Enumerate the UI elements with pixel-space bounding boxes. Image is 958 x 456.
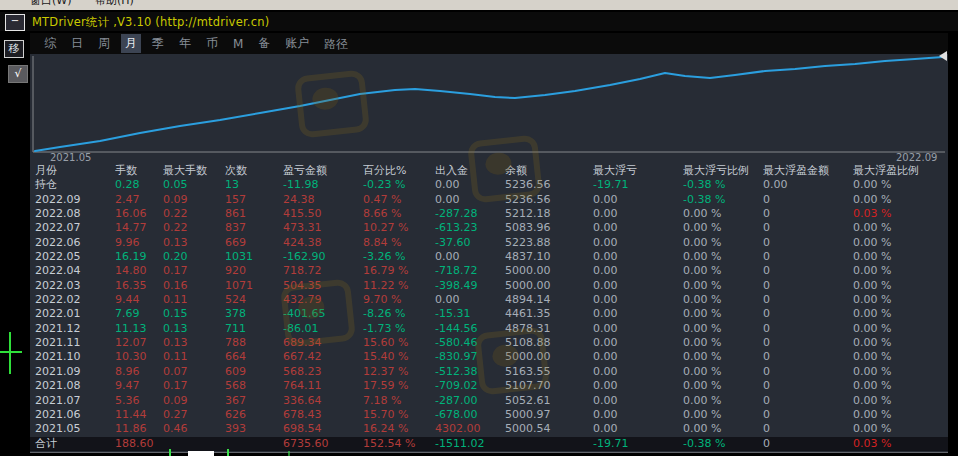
cell: 0 <box>763 221 853 235</box>
cell: 0 <box>763 408 853 422</box>
column-header[interactable]: 最大浮亏 <box>593 164 683 178</box>
cell: 0 <box>763 422 853 436</box>
row-label: 2022.05 <box>30 250 115 264</box>
restore-window-button[interactable]: − <box>5 14 25 31</box>
column-header[interactable]: 最大浮盈金额 <box>763 164 853 178</box>
tab-币[interactable]: 币 <box>202 34 222 53</box>
table-row[interactable]: 2021.1112.070.13788689.3415.60 %-580.465… <box>30 336 948 350</box>
cell: 0.11 <box>163 350 225 364</box>
cell: 14.80 <box>115 264 163 278</box>
tab-账户[interactable]: 账户 <box>281 34 313 53</box>
cell: 0 <box>763 207 853 221</box>
tab-M[interactable]: M <box>229 36 247 52</box>
column-header[interactable]: 最大手数 <box>163 164 225 178</box>
table-row[interactable]: 2022.0714.770.22837473.3110.27 %-613.235… <box>30 221 948 235</box>
tab-周[interactable]: 周 <box>94 34 114 53</box>
table-row[interactable]: 2022.0816.060.22861415.508.66 %-287.2852… <box>30 207 948 221</box>
cell: 788 <box>225 336 283 350</box>
cell: 0.09 <box>163 394 225 408</box>
tab-季[interactable]: 季 <box>148 34 168 53</box>
cell: 0 <box>763 336 853 350</box>
column-header[interactable]: 最大浮亏比例 <box>683 164 763 178</box>
table-row[interactable]: 2021.1010.300.11664667.4215.40 %-830.975… <box>30 350 948 364</box>
x-axis-end-label: 2022.09 <box>896 152 937 163</box>
cell: 5236.56 <box>505 193 593 207</box>
cell: 0 <box>763 350 853 364</box>
table-row[interactable]: 2021.0511.860.46393698.5416.24 %4302.005… <box>30 422 948 436</box>
cell: 5000.00 <box>505 350 593 364</box>
column-header[interactable]: 次数 <box>225 164 283 178</box>
column-header[interactable]: 最大浮盈比例 <box>853 164 948 178</box>
cell: 0.00 % <box>853 350 948 364</box>
cell: 0.00 % <box>853 279 948 293</box>
tab-日[interactable]: 日 <box>67 34 87 53</box>
column-header[interactable]: 手数 <box>115 164 163 178</box>
column-header[interactable]: 百分比% <box>363 164 435 178</box>
cell: 8.84 % <box>363 236 435 250</box>
cell: 0.00 <box>593 307 683 321</box>
cell: 2.47 <box>115 193 163 207</box>
column-header[interactable]: 余额 <box>505 164 593 178</box>
cell: 0.00 <box>435 250 505 264</box>
cell: 12.37 % <box>363 365 435 379</box>
table-row[interactable]: 2021.1211.130.13711-86.01-1.73 %-144.564… <box>30 322 948 336</box>
table-row[interactable]: 2021.0611.440.27626678.4315.70 %-678.005… <box>30 408 948 422</box>
move-tool-button[interactable]: 移 <box>4 40 24 58</box>
os-menu-strip: 窗口(W) 帮助(H) <box>0 0 958 10</box>
cell: 5107.70 <box>505 379 593 393</box>
row-label: 2021.08 <box>30 379 115 393</box>
menu-window[interactable]: 窗口(W) <box>30 0 71 9</box>
table-row[interactable]: 2021.075.360.09367336.647.18 %-287.00505… <box>30 394 948 408</box>
tab-年[interactable]: 年 <box>175 34 195 53</box>
check-tool-button[interactable]: √ <box>8 65 28 83</box>
cell: 1071 <box>225 279 283 293</box>
table-row[interactable]: 2022.092.470.0915724.380.47 %0.005236.56… <box>30 193 948 207</box>
row-label: 持仓 <box>30 178 115 192</box>
crosshair-cursor <box>9 332 11 374</box>
cell: 0.00 <box>593 379 683 393</box>
cell: 568.23 <box>283 365 363 379</box>
table-row[interactable]: 持仓0.280.0513-11.98-0.23 %0.005236.56-19.… <box>30 178 948 192</box>
table-row[interactable]: 2021.098.960.07609568.2312.37 %-512.3851… <box>30 365 948 379</box>
column-header[interactable]: 月份 <box>30 164 115 178</box>
cell: 0 <box>763 379 853 393</box>
cell: 669 <box>225 236 283 250</box>
tab-备[interactable]: 备 <box>254 34 274 53</box>
x-axis-start-label: 2021.05 <box>50 152 91 163</box>
cell: 0.00 % <box>683 207 763 221</box>
cell: 0.00 <box>593 336 683 350</box>
cell: 0.00 % <box>853 394 948 408</box>
cell: 0.13 <box>163 336 225 350</box>
table-row[interactable]: 2022.017.690.15378-401.65-8.26 %-15.3144… <box>30 307 948 321</box>
cell: 8.66 % <box>363 207 435 221</box>
cell: 0.00 <box>593 365 683 379</box>
cell: 5000.00 <box>505 264 593 278</box>
cell: 0.00 % <box>853 336 948 350</box>
title-bar: MTDriver统计 ,V3.10 (http://mtdriver.cn) <box>0 12 958 31</box>
table-row[interactable]: 2022.0516.190.201031-162.90-3.26 %0.0048… <box>30 250 948 264</box>
cell: 0.00 % <box>683 250 763 264</box>
row-label: 2021.05 <box>30 422 115 436</box>
table-row[interactable]: 2022.0316.350.161071504.3511.22 %-398.49… <box>30 279 948 293</box>
column-header[interactable]: 出入金 <box>435 164 505 178</box>
tab-月[interactable]: 月 <box>121 34 141 53</box>
tab-综[interactable]: 综 <box>40 34 60 53</box>
cell: 0.00 <box>593 279 683 293</box>
menu-help[interactable]: 帮助(H) <box>95 0 134 9</box>
table-row[interactable]: 2022.029.440.11524432.799.70 %0.004894.1… <box>30 293 948 307</box>
splitter-arrow-icon[interactable] <box>939 51 947 61</box>
cell: 336.64 <box>283 394 363 408</box>
cell: 0.00 % <box>683 221 763 235</box>
table-row[interactable]: 2022.0414.800.17920718.7216.79 %-718.725… <box>30 264 948 278</box>
tab-path[interactable]: 路径 <box>320 35 352 54</box>
cell: -512.38 <box>435 365 505 379</box>
total-row[interactable]: 合计188.606735.60152.54 %-1511.02-19.71-0.… <box>30 437 948 451</box>
row-label: 2021.10 <box>30 350 115 364</box>
table-row[interactable]: 2021.089.470.17568764.1117.59 %-709.0251… <box>30 379 948 393</box>
cell: 0.00 % <box>683 264 763 278</box>
table-row[interactable]: 2022.069.960.13669424.388.84 %-37.605223… <box>30 236 948 250</box>
cell: 11.86 <box>115 422 163 436</box>
row-label: 2021.11 <box>30 336 115 350</box>
tab-bar: 综日周月季年币M备账户 路径 <box>30 33 948 54</box>
column-header[interactable]: 盈亏金额 <box>283 164 363 178</box>
